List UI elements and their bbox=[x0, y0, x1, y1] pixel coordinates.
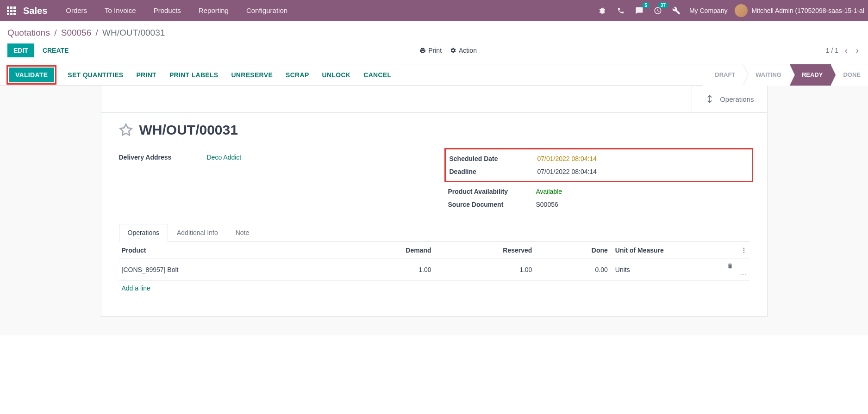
breadcrumb-order[interactable]: S00056 bbox=[61, 28, 92, 37]
scheduled-date-value: 07/01/2022 08:04:14 bbox=[537, 155, 597, 162]
breadcrumb-bar: Quotations / S00056 / WH/OUT/00031 bbox=[0, 21, 868, 42]
action-dropdown[interactable]: Action bbox=[450, 47, 477, 54]
gear-icon bbox=[450, 47, 456, 54]
pager: 1 / 1 ‹ › bbox=[826, 46, 861, 56]
cell-uom: Units bbox=[611, 259, 724, 281]
status-draft[interactable]: DRAFT bbox=[703, 64, 743, 86]
validate-button[interactable]: VALIDATE bbox=[9, 68, 54, 82]
cell-product: [CONS_89957] Bolt bbox=[119, 259, 346, 281]
cancel-button[interactable]: CANCEL bbox=[357, 68, 398, 82]
create-button[interactable]: CREATE bbox=[41, 43, 71, 57]
priority-star-icon[interactable] bbox=[119, 123, 133, 137]
tab-operations[interactable]: Operations bbox=[119, 224, 168, 242]
messages-icon[interactable]: 5 bbox=[634, 5, 645, 16]
delivery-address-value[interactable]: Deco Addict bbox=[207, 154, 242, 161]
form-sheet: Operations WH/OUT/00031 Delivery Address… bbox=[101, 86, 768, 317]
activity-icon[interactable]: 37 bbox=[652, 5, 663, 16]
column-options-icon[interactable]: ⋮ bbox=[741, 247, 747, 254]
set-quantities-button[interactable]: SET QUANTITIES bbox=[61, 68, 130, 82]
nav-to-invoice[interactable]: To Invoice bbox=[96, 0, 144, 21]
status-done[interactable]: DONE bbox=[831, 64, 868, 86]
col-product: Product bbox=[119, 242, 346, 259]
delete-row-icon[interactable] bbox=[727, 263, 747, 269]
source-doc-label: Source Document bbox=[448, 201, 536, 208]
print-dropdown[interactable]: Print bbox=[419, 47, 442, 54]
status-waiting[interactable]: WAITING bbox=[743, 64, 790, 86]
highlight-dates: Scheduled Date 07/01/2022 08:04:14 Deadl… bbox=[444, 148, 753, 182]
company-name[interactable]: My Company bbox=[689, 7, 727, 14]
breadcrumb-quotations[interactable]: Quotations bbox=[7, 28, 50, 37]
nav-products[interactable]: Products bbox=[145, 0, 189, 21]
bug-icon[interactable] bbox=[597, 5, 608, 16]
col-uom: Unit of Measure bbox=[611, 242, 724, 259]
svg-marker-0 bbox=[120, 124, 131, 136]
breadcrumb-current: WH/OUT/00031 bbox=[102, 28, 165, 37]
edit-button[interactable]: EDIT bbox=[7, 43, 34, 57]
add-line-link[interactable]: Add a line bbox=[122, 284, 150, 292]
delivery-address-label: Delivery Address bbox=[119, 154, 207, 161]
nav-configuration[interactable]: Configuration bbox=[238, 0, 296, 21]
status-arrows: DRAFT WAITING READY DONE bbox=[703, 64, 868, 86]
scheduled-date-label: Scheduled Date bbox=[450, 155, 537, 162]
unlock-button[interactable]: UNLOCK bbox=[316, 68, 357, 82]
col-done: Done bbox=[535, 242, 610, 259]
cell-demand: 1.00 bbox=[346, 259, 434, 281]
user-menu[interactable]: Mitchell Admin (17052098-saas-15-1-al bbox=[735, 4, 864, 17]
status-ready[interactable]: READY bbox=[790, 64, 831, 86]
col-reserved: Reserved bbox=[434, 242, 535, 259]
tools-icon[interactable] bbox=[671, 5, 682, 16]
tab-additional-info[interactable]: Additional Info bbox=[168, 224, 227, 241]
print-labels-button[interactable]: PRINT LABELS bbox=[163, 68, 225, 82]
col-demand: Demand bbox=[346, 242, 434, 259]
nav-reporting[interactable]: Reporting bbox=[190, 0, 237, 21]
print-button[interactable]: PRINT bbox=[130, 68, 163, 82]
pager-text: 1 / 1 bbox=[826, 47, 838, 54]
status-action-bar: VALIDATE SET QUANTITIES PRINT PRINT LABE… bbox=[0, 64, 868, 86]
unreserve-button[interactable]: UNRESERVE bbox=[225, 68, 279, 82]
nav-orders[interactable]: Orders bbox=[57, 0, 95, 21]
operations-stat-button[interactable]: Operations bbox=[692, 86, 767, 112]
record-title: WH/OUT/00031 bbox=[139, 122, 238, 138]
control-bar: EDIT CREATE Print Action 1 / 1 ‹ › bbox=[0, 42, 868, 64]
scrap-button[interactable]: SCRAP bbox=[279, 68, 316, 82]
breadcrumb: Quotations / S00056 / WH/OUT/00031 bbox=[7, 28, 861, 38]
cell-reserved: 1.00 bbox=[434, 259, 535, 281]
user-name: Mitchell Admin (17052098-saas-15-1-al bbox=[751, 7, 864, 14]
table-row[interactable]: [CONS_89957] Bolt 1.00 1.00 0.00 Units … bbox=[119, 259, 749, 281]
deadline-label: Deadline bbox=[450, 168, 537, 175]
printer-icon bbox=[419, 47, 426, 54]
avatar bbox=[735, 4, 748, 17]
deadline-value: 07/01/2022 08:04:14 bbox=[537, 168, 597, 175]
highlight-validate: VALIDATE bbox=[6, 65, 56, 85]
app-brand[interactable]: Sales bbox=[23, 6, 47, 16]
operations-table: Product Demand Reserved Done Unit of Mea… bbox=[119, 242, 749, 296]
tabs: Operations Additional Info Note bbox=[119, 224, 749, 242]
phone-icon[interactable] bbox=[615, 5, 626, 16]
cell-done: 0.00 bbox=[535, 259, 610, 281]
availability-label: Product Availability bbox=[448, 188, 536, 195]
pager-prev-icon[interactable]: ‹ bbox=[843, 46, 849, 56]
tab-note[interactable]: Note bbox=[227, 224, 258, 241]
messages-badge: 5 bbox=[642, 2, 649, 8]
source-doc-value: S00056 bbox=[536, 201, 558, 208]
activity-badge: 37 bbox=[658, 2, 668, 8]
availability-value: Available bbox=[536, 188, 562, 195]
top-navbar: Sales Orders To Invoice Products Reporti… bbox=[0, 0, 868, 21]
pager-next-icon[interactable]: › bbox=[854, 46, 861, 56]
updown-arrow-icon bbox=[705, 93, 714, 105]
apps-launcher-icon[interactable] bbox=[4, 3, 19, 18]
